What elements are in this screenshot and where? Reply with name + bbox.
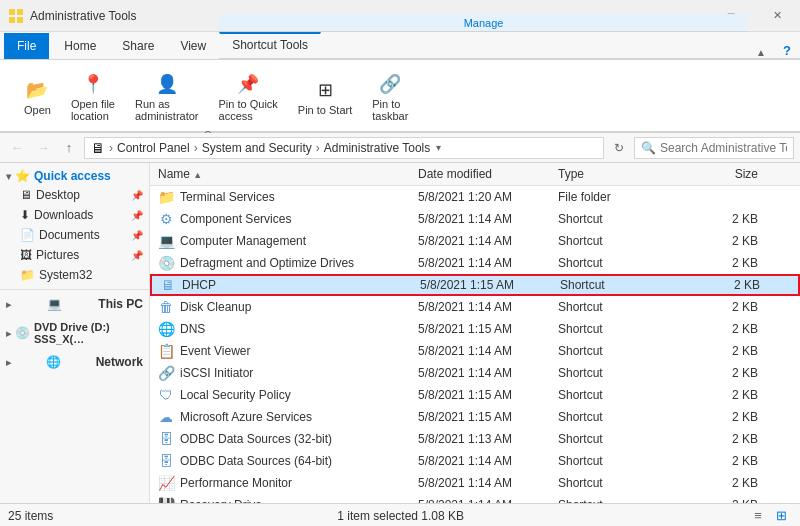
file-name: Local Security Policy [180, 388, 418, 402]
table-row[interactable]: 🛡 Local Security Policy 5/8/2021 1:15 AM… [150, 384, 800, 406]
table-row[interactable]: 💿 Defragment and Optimize Drives 5/8/202… [150, 252, 800, 274]
view-details-button[interactable]: ≡ [748, 506, 768, 526]
file-name: Event Viewer [180, 344, 418, 358]
path-admin-tools[interactable]: Administrative Tools [324, 141, 431, 155]
tab-home[interactable]: Home [51, 33, 109, 59]
file-name: ODBC Data Sources (32-bit) [180, 432, 418, 446]
svg-rect-3 [17, 17, 23, 23]
file-size: 2 KB [678, 454, 758, 468]
address-path[interactable]: 🖥 › Control Panel › System and Security … [84, 137, 604, 159]
sidebar-item-system32[interactable]: 📁 System32 [0, 265, 149, 285]
file-size: 2 KB [678, 300, 758, 314]
ribbon: File Home Share View Manage Shortcut Too… [0, 32, 800, 133]
file-size: 2 KB [678, 366, 758, 380]
forward-button[interactable]: → [32, 137, 54, 159]
pin-icon-pictures: 📌 [131, 250, 143, 261]
table-row[interactable]: 🗄 ODBC Data Sources (32-bit) 5/8/2021 1:… [150, 428, 800, 450]
file-rows-container: 📁 Terminal Services 5/8/2021 1:20 AM Fil… [150, 186, 800, 503]
tab-file[interactable]: File [4, 33, 49, 59]
sidebar-header-network[interactable]: ▸ 🌐 Network [0, 352, 149, 372]
file-date: 5/8/2021 1:14 AM [418, 234, 558, 248]
sidebar-section-thispc: ▸ 💻 This PC [0, 294, 149, 314]
search-box[interactable]: 🔍 [634, 137, 794, 159]
sidebar-item-downloads[interactable]: ⬇ Downloads 📌 [0, 205, 149, 225]
sidebar-item-documents[interactable]: 📄 Documents 📌 [0, 225, 149, 245]
file-type: Shortcut [558, 322, 678, 336]
sidebar: ▾ ⭐ Quick access 🖥 Desktop 📌 ⬇ Downloads… [0, 163, 150, 503]
file-date: 5/8/2021 1:20 AM [418, 190, 558, 204]
file-date: 5/8/2021 1:14 AM [418, 366, 558, 380]
status-view-controls: ≡ ⊞ [748, 506, 792, 526]
sidebar-item-pictures[interactable]: 🖼 Pictures 📌 [0, 245, 149, 265]
table-row[interactable]: 🗑 Disk Cleanup 5/8/2021 1:14 AM Shortcut… [150, 296, 800, 318]
tab-shortcut-tools[interactable]: Shortcut Tools [219, 32, 321, 58]
path-dropdown-icon[interactable]: ▾ [436, 142, 441, 153]
file-type: Shortcut [558, 256, 678, 270]
col-header-type[interactable]: Type [558, 167, 678, 181]
tab-share[interactable]: Share [109, 33, 167, 59]
refresh-button[interactable]: ↻ [608, 137, 630, 159]
file-date: 5/8/2021 1:15 AM [418, 388, 558, 402]
file-date: 5/8/2021 1:14 AM [418, 212, 558, 226]
table-row[interactable]: 📈 Performance Monitor 5/8/2021 1:14 AM S… [150, 472, 800, 494]
network-icon: 🌐 [46, 355, 61, 369]
ribbon-btn-pin[interactable]: 📌 Pin to Quickaccess [211, 68, 286, 126]
view-large-icons-button[interactable]: ⊞ [772, 506, 792, 526]
path-system-security[interactable]: System and Security [202, 141, 312, 155]
file-date: 5/8/2021 1:14 AM [418, 454, 558, 468]
sidebar-header-thispc[interactable]: ▸ 💻 This PC [0, 294, 149, 314]
file-size: 2 KB [678, 432, 758, 446]
file-name: Defragment and Optimize Drives [180, 256, 418, 270]
table-row[interactable]: ☁ Microsoft Azure Services 5/8/2021 1:15… [150, 406, 800, 428]
table-row[interactable]: 🔗 iSCSI Initiator 5/8/2021 1:14 AM Short… [150, 362, 800, 384]
folder-icon-system32: 📁 [20, 268, 35, 282]
search-icon: 🔍 [641, 141, 656, 155]
back-button[interactable]: ← [6, 137, 28, 159]
chevron-right-icon: ▸ [6, 299, 11, 310]
col-header-name[interactable]: Name ▲ [158, 167, 418, 181]
file-date: 5/8/2021 1:13 AM [418, 432, 558, 446]
file-date: 5/8/2021 1:14 AM [418, 256, 558, 270]
file-size: 2 KB [678, 498, 758, 503]
up-button[interactable]: ↑ [58, 137, 80, 159]
table-row[interactable]: 🗄 ODBC Data Sources (64-bit) 5/8/2021 1:… [150, 450, 800, 472]
ribbon-btn-pintask[interactable]: 🔗 Pin totaskbar [364, 68, 416, 126]
sidebar-item-desktop[interactable]: 🖥 Desktop 📌 [0, 185, 149, 205]
table-row[interactable]: 📁 Terminal Services 5/8/2021 1:20 AM Fil… [150, 186, 800, 208]
ribbon-btn-pinstart[interactable]: ⊞ Pin to Start [290, 68, 360, 126]
status-bar: 25 items 1 item selected 1.08 KB ≡ ⊞ [0, 503, 800, 526]
sidebar-header-quickaccess[interactable]: ▾ ⭐ Quick access [0, 167, 149, 185]
close-button[interactable]: ✕ [754, 0, 800, 32]
path-control-panel[interactable]: Control Panel [117, 141, 190, 155]
ribbon-btn-runas[interactable]: 👤 Run asadministrator [127, 68, 207, 126]
file-icon: ☁ [158, 409, 174, 425]
file-name: Component Services [180, 212, 418, 226]
sidebar-header-dvd[interactable]: ▸ 💿 DVD Drive (D:) SSS_X(… [0, 318, 149, 348]
table-row[interactable]: 💾 Recovery Drive 5/8/2021 1:14 AM Shortc… [150, 494, 800, 503]
contextual-tab-group-label: Manage [464, 17, 504, 29]
help-icon[interactable]: ? [783, 43, 791, 58]
sidebar-desktop-label: Desktop [36, 188, 80, 202]
file-size: 2 KB [678, 234, 758, 248]
file-size: 2 KB [678, 212, 758, 226]
file-name: DHCP [182, 278, 420, 292]
tab-view[interactable]: View [167, 33, 219, 59]
ribbon-btn-location[interactable]: 📍 Open filelocation [63, 68, 123, 126]
file-icon: 💿 [158, 255, 174, 271]
col-header-size[interactable]: Size [678, 167, 758, 181]
table-row[interactable]: 🖥 DHCP 5/8/2021 1:15 AM Shortcut 2 KB [150, 274, 800, 296]
table-row[interactable]: 🌐 DNS 5/8/2021 1:15 AM Shortcut 2 KB [150, 318, 800, 340]
search-input[interactable] [660, 141, 787, 155]
table-row[interactable]: 📋 Event Viewer 5/8/2021 1:14 AM Shortcut… [150, 340, 800, 362]
ribbon-btn-open[interactable]: 📂 Open [16, 68, 59, 126]
runas-icon: 👤 [155, 72, 179, 96]
chevron-right-icon-dvd: ▸ [6, 328, 11, 339]
file-date: 5/8/2021 1:14 AM [418, 344, 558, 358]
table-row[interactable]: ⚙ Component Services 5/8/2021 1:14 AM Sh… [150, 208, 800, 230]
sidebar-section-network: ▸ 🌐 Network [0, 352, 149, 372]
title-bar-app-icon [8, 8, 24, 24]
col-header-date[interactable]: Date modified [418, 167, 558, 181]
ribbon-tab-bar: File Home Share View Manage Shortcut Too… [0, 32, 800, 60]
table-row[interactable]: 💻 Computer Management 5/8/2021 1:14 AM S… [150, 230, 800, 252]
ribbon-collapse-icon[interactable]: ▲ [756, 47, 766, 58]
